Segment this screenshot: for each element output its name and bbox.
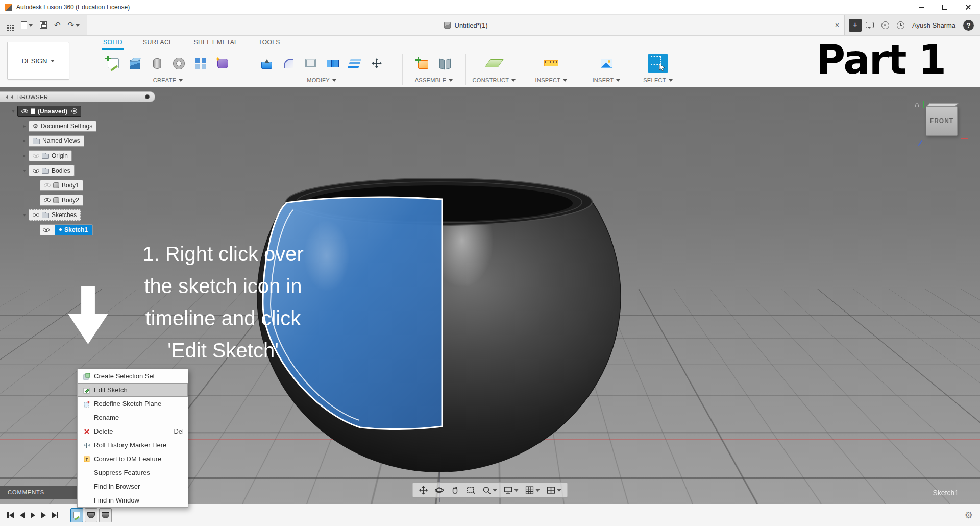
pan-icon[interactable]: [419, 486, 428, 495]
maximize-button[interactable]: [933, 0, 957, 14]
zoom-icon[interactable]: [482, 486, 497, 495]
inspect-dropdown[interactable]: INSPECT: [526, 77, 577, 84]
menu-item-delete[interactable]: Delete Del: [78, 424, 188, 438]
browser-node-named-views[interactable]: ▸ Named Views: [0, 133, 96, 148]
form-icon[interactable]: [214, 55, 232, 72]
timeline-skip-end-button[interactable]: [52, 512, 59, 518]
job-status-icon[interactable]: [897, 21, 904, 29]
menu-item-create-selection-set[interactable]: Create Selection Set: [78, 369, 188, 383]
tab-close-icon[interactable]: ×: [835, 21, 839, 29]
browser-header[interactable]: BROWSER: [0, 91, 155, 102]
visibility-eye-icon[interactable]: [21, 109, 28, 113]
construct-dropdown[interactable]: CONSTRUCT: [469, 77, 520, 84]
press-pull-icon[interactable]: [258, 55, 276, 72]
close-button[interactable]: [957, 0, 980, 14]
timeline-step-forward-button[interactable]: [41, 512, 46, 518]
visibility-eye-icon[interactable]: [43, 228, 50, 232]
activate-radio-icon[interactable]: [71, 108, 77, 114]
browser-opacity-slider[interactable]: [145, 94, 150, 99]
save-button[interactable]: [40, 21, 47, 29]
browser-node-root[interactable]: ▾ (Unsaved): [0, 104, 96, 118]
select-dropdown[interactable]: SELECT: [636, 77, 680, 84]
visibility-eye-icon[interactable]: [44, 198, 51, 202]
undo-button[interactable]: ↶: [54, 20, 61, 30]
timeline-feature-revolve2[interactable]: [99, 508, 112, 522]
create-dropdown[interactable]: CREATE: [95, 77, 241, 84]
browser-node-body1[interactable]: Body1: [0, 178, 96, 193]
extension-icon[interactable]: [881, 21, 889, 29]
collapsed-triangle-icon[interactable]: ▸: [20, 153, 29, 158]
tab-solid[interactable]: SOLID: [102, 36, 124, 50]
torus-icon[interactable]: [170, 55, 188, 72]
fillet-icon[interactable]: [280, 55, 298, 72]
menu-item-convert-to-dm-feature[interactable]: Convert to DM Feature: [78, 452, 188, 466]
minimize-button[interactable]: [910, 0, 933, 14]
timeline-step-back-button[interactable]: [20, 512, 24, 518]
browser-node-bodies[interactable]: ▾ Bodies: [0, 163, 96, 178]
construction-plane-icon[interactable]: [485, 55, 503, 72]
select-tool-icon[interactable]: [648, 53, 668, 74]
help-button[interactable]: ?: [963, 20, 974, 31]
timeline-settings-gear-icon[interactable]: ⚙: [965, 510, 973, 521]
tab-surface[interactable]: SURFACE: [142, 36, 174, 48]
browser-node-origin[interactable]: ▸ Origin: [0, 148, 96, 163]
visibility-eye-icon[interactable]: [33, 169, 39, 173]
orbit-icon[interactable]: [435, 486, 444, 495]
pattern-icon[interactable]: [192, 55, 210, 72]
expanded-triangle-icon[interactable]: ▾: [20, 212, 29, 218]
menu-item-find-in-browser[interactable]: Find in Browser: [78, 480, 188, 493]
collapsed-triangle-icon[interactable]: ▸: [20, 138, 29, 144]
workspace-selector[interactable]: DESIGN: [7, 42, 69, 80]
comment-bubble-icon[interactable]: [866, 22, 874, 28]
expanded-triangle-icon[interactable]: ▾: [9, 108, 17, 114]
menu-item-suppress-features[interactable]: Suppress Features: [78, 466, 188, 480]
new-tab-button[interactable]: +: [849, 19, 862, 32]
assemble-dropdown[interactable]: ASSEMBLE: [405, 77, 462, 84]
visibility-eye-off-icon[interactable]: [44, 183, 51, 187]
menu-item-find-in-window[interactable]: Find in Window: [78, 493, 188, 507]
file-menu-button[interactable]: [21, 21, 33, 29]
menu-item-roll-history-marker[interactable]: Roll History Marker Here: [78, 438, 188, 452]
timeline-skip-start-button[interactable]: [7, 512, 14, 518]
timeline-play-button[interactable]: [31, 512, 35, 518]
combine-icon[interactable]: [324, 55, 341, 72]
expanded-triangle-icon[interactable]: ▾: [20, 168, 29, 173]
new-component-icon[interactable]: [414, 55, 432, 72]
display-settings-icon[interactable]: [504, 486, 519, 495]
insert-dropdown[interactable]: INSERT: [583, 77, 630, 84]
timeline-feature-sketch1[interactable]: [70, 508, 83, 522]
browser-node-body2[interactable]: Body2: [0, 193, 96, 207]
create-sketch-icon[interactable]: [105, 55, 122, 72]
viewcube[interactable]: ⌂ FRONT: [916, 100, 965, 147]
home-icon[interactable]: ⌂: [915, 100, 919, 109]
tab-sheet-metal[interactable]: SHEET METAL: [193, 36, 239, 48]
insert-canvas-icon[interactable]: [598, 55, 615, 72]
collapsed-triangle-icon[interactable]: ▸: [20, 123, 29, 129]
user-name[interactable]: Ayush Sharma: [912, 21, 955, 29]
browser-node-document-settings[interactable]: ▸ ⚙ Document Settings: [0, 118, 96, 133]
joint-icon[interactable]: [436, 55, 454, 72]
visibility-eye-off-icon[interactable]: [33, 154, 39, 158]
timeline-feature-revolve1[interactable]: [85, 508, 97, 522]
modify-dropdown[interactable]: MODIFY: [244, 77, 399, 84]
viewports-icon[interactable]: [547, 486, 561, 495]
tab-tools[interactable]: TOOLS: [257, 36, 281, 48]
cylinder-icon[interactable]: [149, 55, 166, 72]
measure-icon[interactable]: [543, 55, 560, 72]
browser-node-sketch1[interactable]: Sketch1: [0, 222, 96, 237]
move-icon[interactable]: [368, 55, 385, 72]
menu-item-edit-sketch[interactable]: Edit Sketch: [78, 383, 188, 397]
viewcube-front-face[interactable]: FRONT: [926, 106, 958, 136]
menu-item-redefine-sketch-plane[interactable]: Redefine Sketch Plane: [78, 397, 188, 411]
offset-faces-icon[interactable]: [346, 55, 363, 72]
app-launcher-button[interactable]: [7, 25, 14, 26]
redo-button[interactable]: ↷: [68, 20, 80, 30]
pan-hand-icon[interactable]: [451, 486, 460, 495]
browser-node-sketches[interactable]: ▾ Sketches: [0, 207, 96, 222]
grid-settings-icon[interactable]: [525, 486, 540, 495]
visibility-eye-icon[interactable]: [33, 213, 39, 217]
shell-icon[interactable]: [302, 55, 320, 72]
comments-panel[interactable]: COMMENTS: [0, 486, 80, 499]
box-icon[interactable]: [127, 55, 144, 72]
collapse-browser-icon[interactable]: [4, 95, 14, 99]
